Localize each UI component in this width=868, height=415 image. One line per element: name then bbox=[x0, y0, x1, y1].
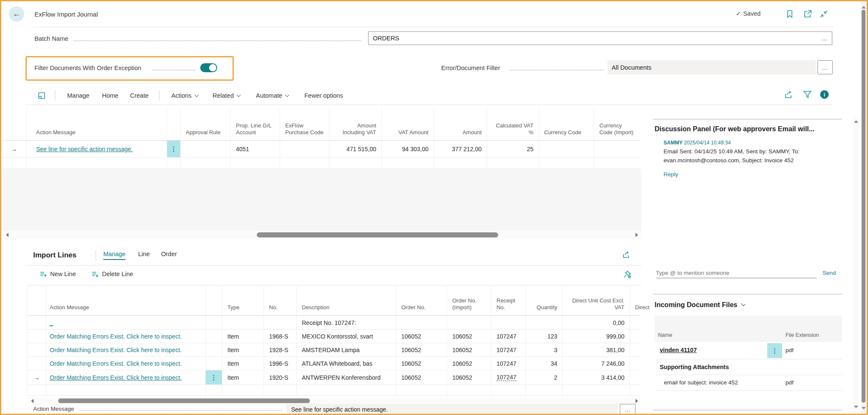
error-document-filter-field[interactable]: All Documents bbox=[607, 60, 816, 74]
col-action-message[interactable]: Action Message bbox=[27, 108, 167, 140]
scroll-up-arrow-icon[interactable] bbox=[854, 118, 858, 123]
ribbon-manage[interactable]: Manage bbox=[67, 88, 89, 103]
col-approval-rule[interactable]: Approval Rule bbox=[181, 108, 231, 140]
cell-direct-unit-cost[interactable]: 3 414,00 bbox=[563, 370, 630, 384]
send-button[interactable]: Send bbox=[823, 270, 836, 276]
col-direct-unit-cost[interactable]: Direct Unit Cost Excl. VAT bbox=[563, 286, 630, 315]
cell-receipt-no-editing[interactable]: 107247 bbox=[491, 370, 526, 384]
cell-quantity[interactable]: 3 bbox=[526, 343, 563, 356]
share-icon[interactable] bbox=[784, 90, 793, 99]
cell-order-no-import[interactable]: 106052 bbox=[447, 343, 491, 356]
cell-exflow-purchase-code[interactable] bbox=[280, 141, 329, 157]
cell-order-no-import[interactable]: 106052 bbox=[447, 330, 491, 343]
cell-description[interactable]: Receipt No. 107247: bbox=[297, 316, 396, 329]
filter-icon[interactable] bbox=[803, 90, 812, 99]
journal-hscrollbar[interactable] bbox=[1, 231, 641, 239]
incoming-files-title[interactable]: Incoming Document Files bbox=[655, 301, 745, 309]
col-calculated-vat[interactable]: Calculated VAT % bbox=[487, 108, 539, 140]
cell-approval-rule[interactable] bbox=[181, 141, 231, 157]
scroll-down-arrow-icon[interactable] bbox=[862, 407, 866, 412]
tab-manage[interactable]: Manage bbox=[103, 251, 125, 260]
cell-order-no[interactable]: 106052 bbox=[396, 330, 447, 343]
scroll-left-arrow-icon[interactable] bbox=[4, 233, 9, 237]
col-description[interactable]: Description bbox=[297, 286, 396, 315]
ribbon-create[interactable]: Create bbox=[130, 88, 149, 103]
bookmark-icon[interactable] bbox=[785, 9, 794, 19]
scroll-down-arrow-icon[interactable] bbox=[854, 406, 858, 410]
col-type[interactable]: Type bbox=[222, 286, 264, 315]
cell-currency-code[interactable] bbox=[539, 141, 594, 157]
scroll-right-arrow-icon[interactable] bbox=[635, 399, 640, 403]
cell-calculated-vat[interactable]: 25 bbox=[487, 141, 539, 157]
cell-no[interactable]: 1968-S bbox=[264, 330, 297, 343]
scroll-right-arrow-icon[interactable] bbox=[635, 233, 640, 237]
delete-line-button[interactable]: Delete Line bbox=[91, 270, 133, 278]
batch-name-field[interactable]: ORDERS … bbox=[368, 31, 832, 45]
collapse-icon[interactable] bbox=[819, 9, 828, 19]
mention-input[interactable] bbox=[656, 268, 817, 278]
col-receipt-no[interactable]: Receipt No. bbox=[491, 286, 526, 315]
ribbon-related[interactable]: Related bbox=[213, 88, 240, 103]
col-no[interactable]: No. bbox=[264, 286, 297, 315]
file-row-menu-button[interactable]: ⋮ bbox=[767, 343, 782, 358]
factbox-vscrollbar[interactable] bbox=[853, 116, 859, 413]
cell-order-no-import[interactable]: 106052 bbox=[447, 357, 491, 370]
cell-type[interactable]: Item bbox=[222, 343, 264, 356]
import-hscroll-thumb[interactable] bbox=[58, 398, 310, 403]
row-menu-button[interactable]: ⋮ bbox=[206, 370, 222, 384]
cell-receipt-no[interactable]: 107247 bbox=[491, 330, 526, 343]
row-menu-button[interactable]: ⋮ bbox=[167, 141, 181, 157]
open-in-new-window-icon[interactable] bbox=[803, 9, 812, 19]
import-lines-share-icon[interactable] bbox=[622, 250, 631, 260]
cell-order-no[interactable]: 106052 bbox=[396, 357, 447, 370]
info-icon[interactable]: i bbox=[820, 90, 829, 99]
col-vat-amount[interactable]: VAT Amount bbox=[382, 108, 434, 140]
order-exception-toggle[interactable] bbox=[200, 63, 217, 72]
import-line-row[interactable]: Order Matching Errors Exist. Click here … bbox=[27, 343, 640, 357]
new-line-button[interactable]: New Line bbox=[40, 270, 76, 278]
col-prop-line-gl-account[interactable]: Prop. Line G/L Account bbox=[231, 108, 280, 140]
tab-order[interactable]: Order bbox=[161, 251, 177, 259]
cell-description[interactable]: AMSTERDAM Lampa bbox=[297, 343, 396, 356]
cell-type[interactable]: Item bbox=[222, 357, 264, 370]
import-line-row[interactable]: Order Matching Errors Exist. Click here … bbox=[27, 357, 640, 370]
cell-receipt-no[interactable]: 107247 bbox=[491, 343, 526, 356]
reply-link[interactable]: Reply bbox=[664, 171, 678, 178]
cell-prop-line-gl-account[interactable]: 4051 bbox=[231, 141, 280, 157]
col-order-no-import[interactable]: Order No. (Import) bbox=[447, 286, 491, 315]
col-amount-including-vat[interactable]: Amount Including VAT bbox=[329, 108, 382, 140]
order-matching-error-link[interactable]: Order Matching Errors Exist. Click here … bbox=[50, 374, 182, 381]
cell-description[interactable]: ANTWERPEN Konferensbord bbox=[297, 370, 396, 384]
journal-hscroll-thumb[interactable] bbox=[257, 232, 498, 237]
back-button[interactable]: ← bbox=[9, 6, 24, 22]
import-hscrollbar[interactable] bbox=[27, 397, 641, 404]
cell-currency-code-import[interactable] bbox=[594, 141, 640, 157]
batch-name-assist-icon[interactable]: … bbox=[821, 35, 828, 42]
import-line-row[interactable]: Order Matching Errors Exist. Click here … bbox=[27, 330, 640, 343]
cell-direct-unit-cost[interactable]: 999,00 bbox=[563, 330, 630, 343]
cell-amount-including-vat[interactable]: 471 515,00 bbox=[329, 141, 382, 157]
cell-type[interactable]: Item bbox=[222, 330, 264, 343]
col-exflow-purchase-code[interactable]: ExFlow Purchase Code bbox=[280, 108, 329, 140]
col-currency-code[interactable]: Currency Code bbox=[539, 108, 594, 140]
col-amount[interactable]: Amount bbox=[434, 108, 487, 140]
ribbon-fewer-options[interactable]: Fewer options bbox=[304, 88, 343, 103]
cell-vat-amount[interactable]: 94 303,00 bbox=[382, 141, 434, 157]
col-order-no[interactable]: Order No. bbox=[396, 286, 447, 315]
cell-description[interactable]: MEXICO Kontorsstol, svart bbox=[297, 330, 396, 343]
page-vscroll-thumb[interactable] bbox=[862, 10, 865, 403]
col-quantity[interactable]: Quantity bbox=[526, 286, 563, 315]
col-currency-code-import[interactable]: Currency Code (Import) bbox=[594, 108, 640, 140]
cell-direct-unit-cost[interactable]: 0,00 bbox=[563, 316, 630, 329]
cell-no[interactable]: 1996-S bbox=[264, 357, 297, 370]
files-col-name[interactable]: Name bbox=[658, 332, 672, 338]
files-col-extension[interactable]: File Extension bbox=[786, 332, 819, 338]
cell-direct-unit-cost[interactable]: 381,00 bbox=[563, 343, 630, 356]
file-name[interactable]: email for subject: invoice 452 bbox=[664, 379, 738, 386]
file-row[interactable]: vinden 41107 ⋮ pdf bbox=[655, 342, 842, 359]
col-action-message[interactable]: Action Message bbox=[46, 286, 206, 315]
import-line-row-empty[interactable] bbox=[27, 385, 640, 396]
order-matching-error-link[interactable]: Order Matching Errors Exist. Click here … bbox=[50, 347, 182, 353]
pin-icon[interactable] bbox=[623, 270, 632, 279]
cell-no[interactable]: 1920-S bbox=[264, 370, 297, 384]
